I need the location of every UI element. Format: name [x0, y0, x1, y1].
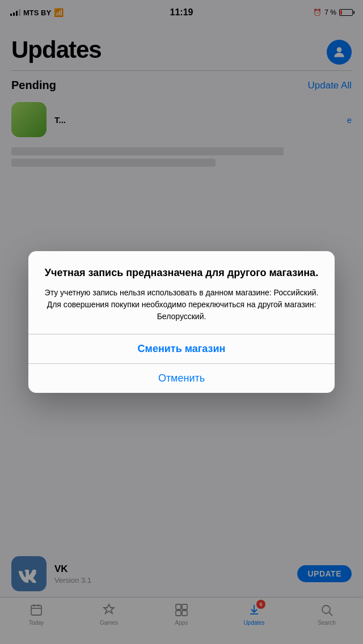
dialog-actions: Сменить магазин Отменить	[28, 334, 335, 393]
dialog-message: Эту учетную запись нельзя использовать в…	[42, 287, 321, 323]
dialog-title: Учетная запись предназначена для другого…	[42, 266, 321, 279]
switch-store-button[interactable]: Сменить магазин	[28, 334, 335, 364]
dialog-body: Учетная запись предназначена для другого…	[28, 251, 335, 333]
dialog-overlay: Учетная запись предназначена для другого…	[0, 0, 363, 644]
cancel-button[interactable]: Отменить	[28, 364, 335, 393]
alert-dialog: Учетная запись предназначена для другого…	[28, 251, 335, 392]
